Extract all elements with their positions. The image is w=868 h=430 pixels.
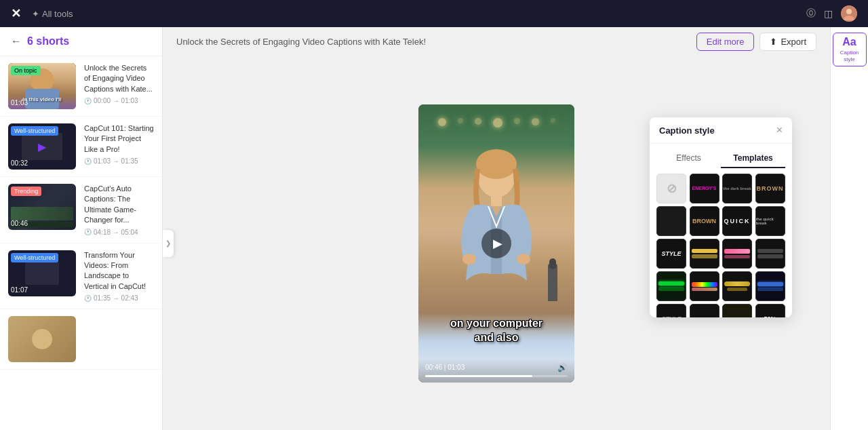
style-style[interactable]: STYLE [656, 239, 686, 269]
thumb-duration: 00:46 [11, 220, 28, 227]
video-time-row: 00:46 | 01:03 🔊 [425, 363, 568, 372]
all-tools-button[interactable]: ✦ All tools [32, 9, 73, 19]
clock-icon: 🕐 [84, 229, 92, 235]
svg-point-3 [476, 149, 517, 179]
item-time: 🕐 01:35 → 02:43 [84, 294, 154, 302]
thumbnail: Trending 00:46 [8, 184, 76, 230]
item-title: Transform Your Videos: From Landscape to… [84, 250, 154, 292]
clock-icon: 🕐 [84, 295, 92, 302]
svg-point-1 [846, 9, 852, 14]
tab-templates[interactable]: Templates [721, 149, 785, 168]
item-time: 🕐 01:03 → 01:35 [84, 157, 154, 165]
item-title: CapCut 101: Starting Your First Project … [84, 123, 154, 155]
content-header-text: Unlock the Secrets of Engaging Video Cap… [176, 37, 426, 47]
tab-effects[interactable]: Effects [656, 149, 721, 168]
clock-icon: 🕐 [84, 158, 92, 165]
style-r5-1[interactable]: STYLE [656, 304, 686, 317]
logo-icon[interactable]: ✕ [11, 6, 21, 21]
thumbnail: ▶ Well-structured 00:32 [8, 123, 76, 170]
list-item[interactable]: Trending 00:46 CapCut's Auto Captions: T… [0, 177, 162, 243]
style-none[interactable]: ⊘ [656, 174, 686, 203]
sidebar-title: 6 shorts [27, 35, 69, 47]
sidebar-header: ← 6 shorts [0, 27, 162, 56]
style-neon-green[interactable] [656, 271, 686, 301]
thumb-caption: in this video I'll [22, 96, 61, 102]
item-info: Transform Your Videos: From Landscape to… [84, 250, 154, 302]
progress-bar[interactable] [425, 375, 568, 377]
current-time: 00:46 | 01:03 [425, 364, 465, 371]
list-item[interactable]: ▶ Well-structured 00:32 CapCut 101: Star… [0, 117, 162, 177]
volume-icon[interactable]: 🔊 [557, 363, 568, 372]
item-title: CapCut's Auto Captions: The Ultimate Gam… [84, 184, 154, 226]
badge-wellstructured: Well-structured [11, 253, 58, 262]
caption-panel-header: Caption style × [650, 117, 792, 144]
topnav-right: ⓪ ◫ [806, 5, 857, 22]
content-header: Unlock the Secrets of Engaging Video Cap… [163, 27, 830, 56]
content-area: Unlock the Secrets of Engaging Video Cap… [163, 27, 830, 430]
top-navigation: ✕ ✦ All tools ⓪ ◫ [0, 0, 868, 27]
svg-point-6 [517, 254, 530, 265]
caption-panel-title: Caption style [659, 125, 715, 136]
back-button[interactable]: ← [11, 35, 22, 47]
style-neon-blue[interactable] [755, 271, 785, 301]
header-actions: Edit more ⬆ Export [696, 33, 816, 51]
style-colorful[interactable] [690, 271, 719, 301]
badge-ontopic: On topic [11, 66, 41, 75]
style-pink-stripe[interactable] [722, 239, 752, 269]
clock-icon: 🕐 [84, 98, 92, 104]
avatar[interactable] [841, 5, 857, 22]
item-info: Unlock the Secrets of Engaging Video Cap… [84, 63, 154, 104]
thumbnail [8, 316, 76, 362]
export-icon: ⬆ [770, 37, 777, 47]
style-r5-3[interactable]: YEAH [722, 304, 752, 317]
caption-close-button[interactable]: × [776, 124, 783, 136]
play-button[interactable]: ▶ [481, 229, 511, 258]
tools-icon: ✦ [32, 9, 39, 19]
thumb-duration: 01:03 [11, 99, 28, 106]
caption-style-icon: Aa [842, 36, 856, 48]
style-dark-stripe[interactable] [755, 239, 785, 269]
caption-tabs: Effects Templates [650, 144, 792, 168]
item-time: 🕐 04:18 → 05:04 [84, 229, 154, 236]
history-icon[interactable]: ◫ [824, 8, 833, 19]
caption-style-grid: ⊘ ENERGY'S the dark break BROWN BROWN [650, 168, 792, 317]
video-player: on your computer and also ▶ 00:46 | 01:0… [418, 104, 574, 383]
style-r5-2[interactable] [690, 304, 719, 317]
collapse-handle[interactable]: ❯ [163, 230, 174, 257]
caption-style-label: Captionstyle [840, 50, 859, 62]
style-energy[interactable]: ENERGY'S [690, 174, 719, 203]
thumb-duration: 00:32 [11, 159, 28, 167]
main-layout: ← 6 shorts in this video I'll On topic 0… [0, 27, 868, 430]
export-button[interactable]: ⬆ Export [760, 33, 816, 51]
video-area: ❯ [163, 56, 830, 430]
style-r5-4[interactable]: 50% [755, 304, 785, 317]
style-quick-break[interactable]: the quick break [755, 206, 785, 236]
item-info: CapCut 101: Starting Your First Project … [84, 123, 154, 165]
svg-point-5 [462, 254, 476, 265]
style-yellow-stripe[interactable] [690, 239, 719, 269]
style-dark1[interactable] [656, 206, 686, 236]
microphone [548, 264, 557, 301]
right-tool-panel: Aa Captionstyle [830, 27, 868, 430]
sidebar: ← 6 shorts in this video I'll On topic 0… [0, 27, 163, 430]
style-gold[interactable] [722, 271, 752, 301]
help-icon[interactable]: ⓪ [806, 7, 816, 20]
list-item[interactable]: Well-structured 01:07 Transform Your Vid… [0, 243, 162, 310]
style-quick[interactable]: QUICK [722, 206, 752, 236]
video-caption: on your computer and also [450, 317, 542, 345]
style-brown2[interactable]: BROWN [690, 206, 719, 236]
list-item[interactable]: in this video I'll On topic 01:03 Unlock… [0, 56, 162, 117]
list-item[interactable] [0, 309, 162, 370]
item-time: 🕐 00:00 → 01:03 [84, 97, 154, 104]
style-dark-break[interactable]: the dark break [722, 174, 752, 203]
caption-style-tool-button[interactable]: Aa Captionstyle [833, 33, 867, 66]
caption-style-panel: Caption style × Effects Templates ⊘ ENER… [650, 117, 792, 317]
bokeh-lights [418, 118, 574, 128]
thumbnail: in this video I'll On topic 01:03 [8, 63, 76, 109]
progress-fill [425, 375, 532, 377]
edit-more-button[interactable]: Edit more [696, 33, 755, 51]
style-brown-bold[interactable]: BROWN [755, 174, 785, 203]
video-controls: 00:46 | 01:03 🔊 [418, 359, 574, 383]
item-title: Unlock the Secrets of Engaging Video Cap… [84, 63, 154, 94]
badge-trending: Trending [11, 187, 41, 196]
